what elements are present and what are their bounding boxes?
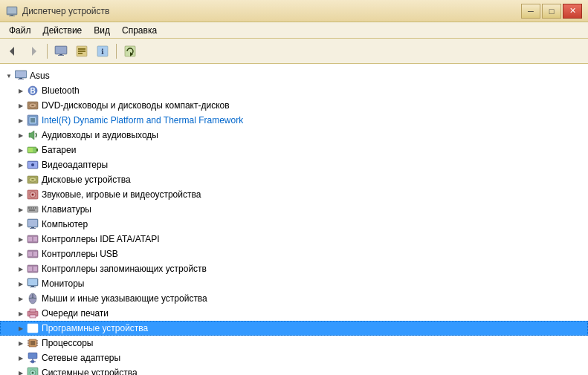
tree-item-bluetooth[interactable]: BBluetooth [0,83,588,98]
expand-arrow-mouse[interactable] [15,293,27,304]
tree-item-software[interactable]: Программные устройства [0,321,588,336]
expand-arrow-computer[interactable] [15,218,27,230]
expand-arrow-battery[interactable] [15,144,27,156]
expand-arrow-bluetooth[interactable] [15,85,27,97]
tree-item-sound[interactable]: Звуковые, игровые и видеоустройства [0,187,588,202]
svg-rect-65 [30,287,36,287]
svg-rect-8 [59,54,62,55]
monitor-icon [27,278,39,290]
intel-icon [27,114,39,126]
tree-item-disk[interactable]: Дисковые устройства [0,172,588,187]
root-expand-arrow[interactable] [3,70,15,82]
dvd-icon [27,100,39,111]
sound-icon [27,189,39,200]
svg-rect-63 [28,279,37,285]
expand-arrow-usb[interactable] [15,248,27,260]
expand-arrow-video[interactable] [15,159,27,171]
expand-arrow-intel[interactable] [15,114,27,126]
svg-rect-69 [30,309,36,312]
close-button[interactable]: ✕ [563,4,582,19]
svg-rect-61 [33,267,37,271]
toolbar-computer-button[interactable] [51,42,71,61]
expand-arrow-system[interactable] [15,367,27,375]
svg-rect-47 [35,207,36,209]
tree-item-processors[interactable]: Процессоры [0,336,588,350]
tree-item-usb[interactable]: Контроллеры USB [0,247,588,261]
svg-rect-29 [30,118,35,123]
tree-item-video[interactable]: Видеоадаптеры [0,157,588,172]
item-label-printer: Очереди печати [42,308,109,319]
expand-arrow-printer[interactable] [15,307,27,319]
tree-item-mouse[interactable]: Мыши и иные указывающие устройства [0,291,588,306]
svg-point-39 [31,179,34,180]
item-label-dvd: DVD-дисководы и дисководы компакт-дисков [42,100,230,111]
menu-help[interactable]: Справка [116,24,163,37]
svg-text:B: B [30,87,35,95]
svg-rect-51 [31,227,34,228]
toolbar-forward-button[interactable] [24,42,43,61]
tree-item-battery[interactable]: Батареи [0,143,588,157]
tree-item-printer[interactable]: Очереди печати [0,306,588,321]
item-label-intel: Intel(R) Dynamic Platform and Thermal Fr… [42,115,243,125]
svg-rect-20 [19,78,22,79]
expand-arrow-storage[interactable] [15,263,27,275]
tree-item-dvd[interactable]: DVD-дисководы и дисководы компакт-дисков [0,98,588,113]
expand-arrow-software[interactable] [15,322,27,334]
mouse-icon [27,293,39,304]
toolbar-back-button[interactable] [3,42,22,61]
tree-item-audio[interactable]: Аудиовходы и аудиовыходы [0,128,588,143]
menu-file[interactable]: Файл [3,24,37,37]
maximize-button[interactable]: □ [542,4,561,19]
tree-item-computer[interactable]: Компьютер [0,217,588,232]
battery-icon [27,144,39,156]
svg-rect-32 [36,149,38,151]
controllers-icon [27,233,39,245]
svg-rect-55 [33,237,37,241]
software-icon [27,322,39,334]
item-label-usb: Контроллеры USB [42,249,118,259]
forward-icon [28,45,39,57]
svg-text:ℹ: ℹ [101,48,104,56]
expand-arrow-dvd[interactable] [15,100,27,111]
menu-action[interactable]: Действие [37,24,88,37]
tree-item-storage[interactable]: Контроллеры запоминающих устройств [0,261,588,276]
svg-rect-3 [9,16,15,16]
tree-item-network[interactable]: Сетевые адаптеры [0,350,588,365]
window-controls: ─ □ ✕ [521,4,582,19]
disk-icon [27,174,39,186]
expand-arrow-processors[interactable] [15,337,27,349]
expand-arrow-sound[interactable] [15,189,27,200]
menubar: Файл Действие Вид Справка [0,22,588,39]
app-icon [6,5,18,17]
expand-arrow-ide[interactable] [15,233,27,245]
expand-arrow-audio[interactable] [15,129,27,141]
tree-item-system[interactable]: Системные устройства [0,365,588,375]
expand-arrow-monitors[interactable] [15,278,27,290]
minimize-button[interactable]: ─ [521,4,540,19]
item-label-computer: Компьютер [42,219,88,229]
tree-root-asus[interactable]: Asus [0,68,588,83]
item-label-disk: Дисковые устройства [42,175,131,185]
toolbar-update-button[interactable]: ℹ [93,42,112,61]
svg-rect-57 [28,252,32,256]
tree-item-monitors[interactable]: Мониторы [0,276,588,291]
svg-rect-46 [33,207,34,209]
expand-arrow-keyboard[interactable] [15,203,27,215]
expand-arrow-disk[interactable] [15,174,27,186]
tree-item-ide[interactable]: Контроллеры IDE ATA/ATAPI [0,232,588,247]
toolbar-properties-button[interactable] [72,42,91,61]
tree-item-keyboard[interactable]: Клавиатуры [0,202,588,217]
item-label-mouse: Мыши и иные указывающие устройства [42,293,207,304]
item-label-sound: Звуковые, игровые и видеоустройства [42,189,201,200]
toolbar-scan-button[interactable] [120,42,140,61]
item-label-keyboard: Клавиатуры [42,204,91,215]
titlebar-left: Диспетчер устройств [6,5,109,17]
svg-rect-48 [29,209,35,211]
tree-item-intel[interactable]: Intel(R) Dynamic Platform and Thermal Fr… [0,113,588,128]
svg-rect-58 [33,252,37,256]
expand-arrow-network[interactable] [15,352,27,364]
svg-rect-9 [58,55,64,56]
svg-point-42 [32,194,34,196]
menu-view[interactable]: Вид [88,24,116,37]
svg-rect-76 [30,341,35,345]
